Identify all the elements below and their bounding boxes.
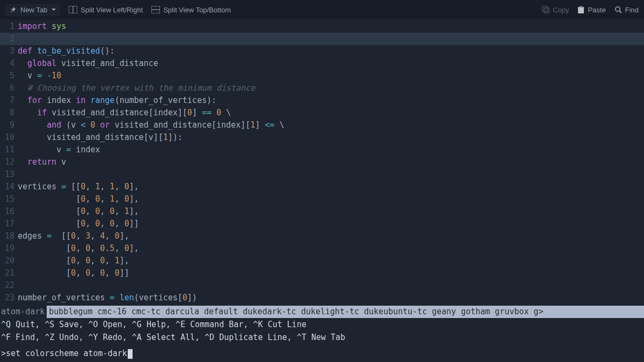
line-content[interactable]: v = -10	[18, 70, 644, 82]
code-line[interactable]: 1import sys	[0, 20, 644, 33]
line-number: 13	[0, 168, 18, 181]
svg-point-8	[616, 7, 620, 11]
chevron-down-icon[interactable]	[52, 8, 56, 12]
line-number: 21	[0, 267, 18, 279]
command-bar[interactable]: > set colorscheme atom-dark	[1, 348, 133, 360]
code-line[interactable]: 17 [0, 0, 0, 0]]	[0, 218, 644, 230]
svg-rect-6	[578, 7, 584, 13]
code-line[interactable]: 13	[0, 168, 644, 181]
code-line[interactable]: 15 [0, 0, 1, 0],	[0, 193, 644, 205]
line-number: 11	[0, 144, 18, 156]
split-tb-icon	[151, 6, 160, 13]
code-line[interactable]: 4 global visited_and_distance	[0, 57, 644, 70]
scheme-active[interactable]: atom-dark	[0, 306, 47, 318]
line-content[interactable]: if visited_and_distance[index][0] == 0 \	[18, 107, 644, 119]
paste-icon	[577, 6, 584, 14]
line-number: 6	[0, 82, 18, 94]
code-line[interactable]: 21 [0, 0, 0, 0]]	[0, 267, 644, 279]
svg-rect-5	[544, 8, 549, 13]
line-content[interactable]: return v	[18, 156, 644, 168]
svg-line-9	[619, 11, 621, 13]
code-line[interactable]: 8 if visited_and_distance[index][0] == 0…	[0, 107, 644, 119]
code-editor[interactable]: 1import sys23def to_be_visited():4 globa…	[0, 20, 644, 304]
code-line[interactable]: 16 [0, 0, 0, 1],	[0, 205, 644, 218]
line-number: 4	[0, 57, 18, 70]
toolbar-right: Copy Paste Find	[542, 6, 639, 14]
line-content[interactable]	[18, 168, 644, 181]
cmd-text: set colorscheme atom-dark	[6, 348, 127, 360]
line-number: 5	[0, 70, 18, 82]
line-number: 17	[0, 218, 18, 230]
help-line-2: ^F Find, ^Z Undo, ^Y Redo, ^A Select All…	[1, 331, 345, 344]
line-content[interactable]: number_of_vertices = len(vertices[0])	[18, 292, 644, 304]
line-content[interactable]: and (v < 0 or visited_and_distance[index…	[18, 119, 644, 131]
code-line[interactable]: 10 visited_and_distance[v][1]):	[0, 131, 644, 144]
split-tb-label: Split View Top/Bottom	[163, 6, 231, 14]
code-line[interactable]: 14vertices = [[0, 1, 1, 0],	[0, 181, 644, 193]
line-number: 19	[0, 242, 18, 255]
cmd-prompt: >	[1, 348, 6, 360]
svg-rect-7	[580, 6, 582, 8]
find-button[interactable]: Find	[614, 6, 639, 14]
paste-label: Paste	[588, 6, 605, 14]
line-number: 1	[0, 20, 18, 33]
copy-icon	[542, 6, 550, 13]
search-icon	[614, 6, 622, 13]
colorscheme-completions[interactable]: atom-dark bubblegum cmc-16 cmc-tc darcul…	[0, 306, 644, 318]
code-line[interactable]: 5 v = -10	[0, 70, 644, 82]
line-content[interactable]: [0, 0, 0, 0]]	[18, 267, 644, 279]
line-content[interactable]: [0, 0, 1, 0],	[18, 193, 644, 205]
copy-button[interactable]: Copy	[542, 6, 569, 14]
split-lr-button[interactable]: Split View Left/Right	[69, 6, 143, 14]
line-content[interactable]: [0, 0, 0, 1],	[18, 205, 644, 218]
line-number: 16	[0, 205, 18, 218]
code-line[interactable]: 3def to_be_visited():	[0, 45, 644, 57]
line-content[interactable]: global visited_and_distance	[18, 57, 644, 70]
pushpin-icon	[10, 6, 16, 13]
code-line[interactable]: 23number_of_vertices = len(vertices[0])	[0, 292, 644, 304]
line-content[interactable]: def to_be_visited():	[18, 45, 644, 57]
line-content[interactable]: # Choosing the vertex with the minimum d…	[18, 82, 644, 94]
code-line[interactable]: 22	[0, 279, 644, 292]
line-number: 15	[0, 193, 18, 205]
code-line[interactable]: 19 [0, 0, 0.5, 0],	[0, 242, 644, 255]
code-line[interactable]: 9 and (v < 0 or visited_and_distance[ind…	[0, 119, 644, 131]
line-number: 10	[0, 131, 18, 144]
line-content[interactable]: v = index	[18, 144, 644, 156]
line-content[interactable]: [0, 0, 0, 0]]	[18, 218, 644, 230]
line-number: 2	[0, 33, 18, 45]
code-line[interactable]: 6 # Choosing the vertex with the minimum…	[0, 82, 644, 94]
svg-rect-4	[543, 6, 547, 11]
code-line[interactable]: 2	[0, 33, 644, 45]
line-number: 14	[0, 181, 18, 193]
tab-label: New Tab	[20, 6, 47, 14]
code-line[interactable]: 11 v = index	[0, 144, 644, 156]
line-number: 9	[0, 119, 18, 131]
line-content[interactable]	[18, 33, 644, 45]
line-number: 18	[0, 230, 18, 242]
line-content[interactable]: visited_and_distance[v][1]):	[18, 131, 644, 144]
line-number: 22	[0, 279, 18, 292]
line-content[interactable]: import sys	[18, 20, 644, 33]
tab-new[interactable]: New Tab	[5, 4, 60, 16]
scheme-rest[interactable]: bubblegum cmc-16 cmc-tc darcula default …	[47, 306, 644, 318]
line-content[interactable]: vertices = [[0, 1, 1, 0],	[18, 181, 644, 193]
line-content[interactable]: for index in range(number_of_vertices):	[18, 94, 644, 107]
code-line[interactable]: 7 for index in range(number_of_vertices)…	[0, 94, 644, 107]
line-content[interactable]: [0, 0, 0.5, 0],	[18, 242, 644, 255]
copy-label: Copy	[553, 6, 569, 14]
toolbar: New Tab Split View Left/Right Split View…	[0, 0, 644, 19]
text-cursor	[128, 349, 133, 359]
paste-button[interactable]: Paste	[577, 6, 605, 14]
help-line-1: ^Q Quit, ^S Save, ^O Open, ^G Help, ^E C…	[1, 319, 306, 331]
code-line[interactable]: 20 [0, 0, 0, 1],	[0, 255, 644, 267]
line-number: 3	[0, 45, 18, 57]
line-number: 8	[0, 107, 18, 119]
split-tb-button[interactable]: Split View Top/Bottom	[151, 6, 231, 14]
line-content[interactable]: [0, 0, 0, 1],	[18, 255, 644, 267]
code-line[interactable]: 12 return v	[0, 156, 644, 168]
line-content[interactable]	[18, 279, 644, 292]
line-content[interactable]: edges = [[0, 3, 4, 0],	[18, 230, 644, 242]
split-lr-icon	[69, 6, 77, 13]
code-line[interactable]: 18edges = [[0, 3, 4, 0],	[0, 230, 644, 242]
